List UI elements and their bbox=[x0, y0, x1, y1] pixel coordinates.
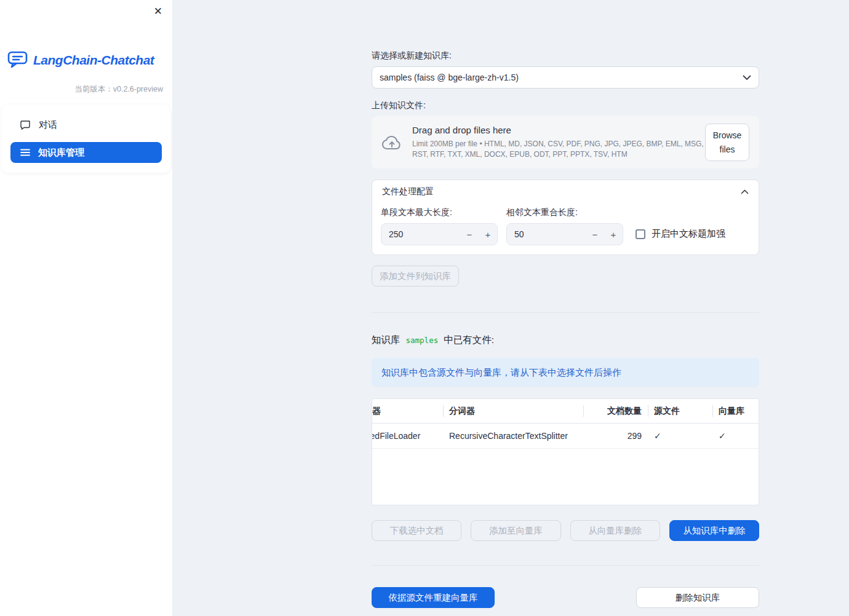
download-selected-button[interactable]: 下载选中文档 bbox=[372, 520, 461, 541]
sidebar: ✕ LangChain-Chatchat 当前版本：v0.2.6-preview… bbox=[0, 0, 172, 616]
table-header-row: 文档加载器 分词器 文档数量 源文件 向量库 bbox=[372, 399, 759, 424]
chat-bubble-icon bbox=[20, 120, 31, 130]
delete-from-vector-store-button[interactable]: 从向量库删除 bbox=[570, 520, 660, 541]
app-version: 当前版本：v0.2.6-preview bbox=[0, 84, 163, 95]
divider bbox=[372, 312, 759, 313]
decrement-button[interactable]: − bbox=[460, 224, 479, 245]
browse-files-button[interactable]: Browse files bbox=[705, 124, 749, 161]
app-logo-text: LangChain-Chatchat bbox=[33, 53, 154, 68]
sidebar-menu: 对话 知识库管理 bbox=[2, 105, 170, 173]
cell-source-file: ✓ bbox=[648, 424, 712, 448]
dropzone-text: Drag and drop files here Limit 200MB per… bbox=[412, 125, 705, 160]
sidebar-item-dialogue[interactable]: 对话 bbox=[10, 114, 162, 135]
overlap-size-stepper[interactable]: 50 − + bbox=[506, 223, 623, 245]
expander-header[interactable]: 文件处理配置 bbox=[372, 180, 759, 203]
sidebar-item-label: 知识库管理 bbox=[38, 147, 84, 159]
column-header-splitter[interactable]: 分词器 bbox=[443, 399, 583, 423]
decrement-button[interactable]: − bbox=[586, 224, 604, 245]
dropzone-title: Drag and drop files here bbox=[412, 125, 705, 135]
rebuild-vector-store-button[interactable]: 依据源文件重建向量库 bbox=[372, 587, 495, 608]
chunk-size-stepper[interactable]: 250 − + bbox=[381, 223, 498, 245]
chunk-size-value[interactable]: 250 bbox=[381, 229, 460, 239]
info-banner: 知识库中包含源文件与向量库，请从下表中选择文件后操作 bbox=[372, 358, 759, 387]
chunk-size-label: 单段文本最大长度: bbox=[381, 207, 498, 218]
files-table: 文档加载器 分词器 文档数量 源文件 向量库 UnstructuredFileL… bbox=[372, 398, 759, 505]
column-header-vector-store[interactable]: 向量库 bbox=[712, 399, 759, 423]
expander-title: 文件处理配置 bbox=[382, 186, 434, 197]
cell-vector-store: ✓ bbox=[712, 424, 759, 448]
heading-prefix: 知识库 bbox=[372, 334, 401, 347]
column-header-source-file[interactable]: 源文件 bbox=[648, 399, 712, 423]
file-dropzone[interactable]: Drag and drop files here Limit 200MB per… bbox=[372, 116, 759, 168]
sidebar-item-label: 对话 bbox=[39, 119, 57, 131]
chevron-down-icon bbox=[743, 75, 751, 81]
column-header-loader[interactable]: 文档加载器 bbox=[372, 399, 443, 423]
zh-title-enhance-field: 开启中文标题加强 bbox=[636, 228, 725, 240]
expander-body: 单段文本最大长度: 250 − + 相邻文本重合长度: 50 − + bbox=[372, 203, 759, 255]
check-icon: ✓ bbox=[654, 431, 661, 441]
delete-kb-button[interactable]: 删除知识库 bbox=[636, 587, 759, 608]
chat-logo-icon bbox=[7, 50, 28, 70]
kb-name-code: samples bbox=[405, 335, 440, 346]
kb-bottom-actions: 依据源文件重建向量库 删除知识库 bbox=[372, 587, 759, 608]
delete-from-kb-button[interactable]: 从知识库中删除 bbox=[669, 520, 759, 541]
chunk-size-field: 单段文本最大长度: 250 − + bbox=[381, 207, 498, 245]
increment-button[interactable]: + bbox=[479, 224, 497, 245]
check-icon: ✓ bbox=[719, 431, 726, 441]
kb-select-value: samples (faiss @ bge-large-zh-v1.5) bbox=[380, 73, 519, 82]
cell-splitter: RecursiveCharacterTextSplitter bbox=[443, 424, 583, 448]
upload-cloud-icon bbox=[381, 135, 402, 151]
existing-files-heading: 知识库 samples 中已有文件: bbox=[372, 334, 759, 347]
zh-title-enhance-checkbox[interactable] bbox=[636, 229, 645, 239]
app-logo: LangChain-Chatchat bbox=[7, 50, 165, 70]
add-to-vector-store-button[interactable]: 添加至向量库 bbox=[471, 520, 560, 541]
list-icon bbox=[20, 148, 30, 157]
upload-label: 上传知识文件: bbox=[372, 100, 759, 111]
file-config-expander: 文件处理配置 单段文本最大长度: 250 − + 相邻文本重合长度: bbox=[372, 180, 759, 255]
table-actions: 下载选中文档 添加至向量库 从向量库删除 从知识库中删除 bbox=[372, 520, 759, 541]
main-area: 请选择或新建知识库: samples (faiss @ bge-large-zh… bbox=[172, 0, 849, 608]
sidebar-close-icon[interactable]: ✕ bbox=[151, 4, 165, 19]
overlap-size-value[interactable]: 50 bbox=[507, 229, 586, 239]
zh-title-enhance-label: 开启中文标题加强 bbox=[652, 228, 725, 240]
cell-doc-count: 299 bbox=[583, 424, 648, 448]
kb-select[interactable]: samples (faiss @ bge-large-zh-v1.5) bbox=[372, 66, 759, 89]
divider bbox=[372, 565, 759, 566]
increment-button[interactable]: + bbox=[604, 224, 623, 245]
overlap-size-label: 相邻文本重合长度: bbox=[506, 207, 623, 218]
cell-loader: UnstructuredFileLoader bbox=[372, 424, 443, 448]
add-files-button[interactable]: 添加文件到知识库 bbox=[372, 266, 459, 286]
chevron-up-icon bbox=[741, 189, 749, 194]
dropzone-limit: Limit 200MB per file • HTML, MD, JSON, C… bbox=[412, 139, 705, 160]
kb-select-label: 请选择或新建知识库: bbox=[372, 50, 759, 61]
table-row[interactable]: UnstructuredFileLoader RecursiveCharacte… bbox=[372, 424, 759, 449]
sidebar-item-knowledge-base[interactable]: 知识库管理 bbox=[10, 142, 162, 163]
heading-suffix: 中已有文件: bbox=[444, 334, 494, 347]
overlap-size-field: 相邻文本重合长度: 50 − + bbox=[506, 207, 623, 245]
column-header-doc-count[interactable]: 文档数量 bbox=[583, 399, 648, 423]
